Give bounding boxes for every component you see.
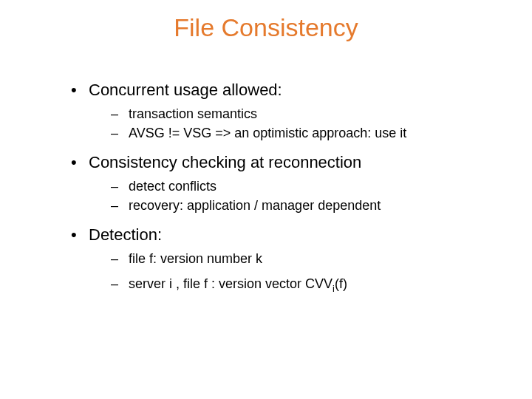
- sub-bullet-text: recovery: application / manager dependen…: [129, 198, 381, 213]
- sub-bullet-item: AVSG != VSG => an optimistic approach: u…: [89, 124, 488, 142]
- sub-bullet-text-suffix: (f): [335, 276, 347, 291]
- slide: File Consistency Concurrent usage allowe…: [0, 0, 532, 399]
- sub-bullet-text-prefix: server i , file f : version vector CVV: [129, 276, 332, 291]
- bullet-item: Detection: file f: version number k serv…: [68, 225, 488, 293]
- sub-bullet-list: file f: version number k server i , file…: [89, 250, 488, 293]
- bullet-text: Concurrent usage allowed:: [89, 81, 282, 99]
- sub-bullet-text: detect conflicts: [129, 179, 216, 194]
- slide-body: Concurrent usage allowed: transaction se…: [68, 80, 488, 303]
- bullet-item: Concurrent usage allowed: transaction se…: [68, 80, 488, 142]
- spacer: [89, 269, 488, 275]
- sub-bullet-item: file f: version number k: [89, 250, 488, 267]
- sub-bullet-text: file f: version number k: [129, 251, 262, 266]
- bullet-text: Detection:: [89, 225, 162, 244]
- bullet-item: Consistency checking at reconnection det…: [68, 152, 488, 214]
- bullet-list: Concurrent usage allowed: transaction se…: [68, 80, 488, 293]
- sub-bullet-item: server i , file f : version vector CVVi(…: [89, 275, 488, 293]
- slide-title: File Consistency: [0, 13, 532, 42]
- sub-bullet-item: detect conflicts: [89, 177, 488, 195]
- sub-bullet-item: transaction semantics: [89, 105, 488, 123]
- sub-bullet-text: transaction semantics: [129, 106, 257, 121]
- sub-bullet-item: recovery: application / manager dependen…: [89, 197, 488, 214]
- sub-bullet-text: AVSG != VSG => an optimistic approach: u…: [129, 126, 406, 140]
- bullet-text: Consistency checking at reconnection: [89, 153, 361, 171]
- sub-bullet-list: transaction semantics AVSG != VSG => an …: [89, 105, 488, 143]
- sub-bullet-list: detect conflicts recovery: application /…: [89, 177, 488, 215]
